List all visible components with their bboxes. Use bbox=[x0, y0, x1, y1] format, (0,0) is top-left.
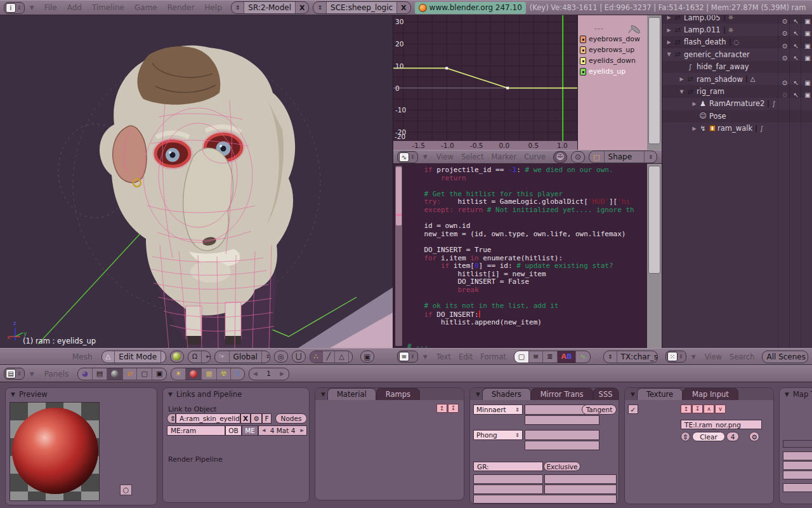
buttons-window-type[interactable]: ▤⇕ bbox=[4, 368, 25, 380]
mapto-g-slider[interactable] bbox=[783, 461, 812, 470]
python-code[interactable]: if projectile_id == -1: # we died on our… bbox=[407, 166, 647, 348]
frame-next-icon[interactable]: ▼ bbox=[278, 370, 285, 377]
channel-label[interactable]: eyebrows_up bbox=[589, 46, 634, 54]
channel-color-swatch[interactable] bbox=[580, 57, 586, 65]
fake-user-button[interactable]: F bbox=[262, 413, 272, 424]
mode-selector[interactable]: △ Edit Mode ⇕ bbox=[102, 351, 166, 363]
world-subcontext-icon[interactable]: ♁ bbox=[230, 368, 244, 380]
expand-closed-icon[interactable]: ▶ bbox=[678, 76, 686, 82]
word-wrap-icon[interactable]: ≣ bbox=[542, 351, 556, 363]
mapto-b-slider[interactable] bbox=[783, 471, 812, 479]
material-count-field[interactable]: ▼4 Mat 4▼ bbox=[258, 425, 307, 436]
menu-render[interactable]: Render bbox=[162, 3, 200, 12]
ipo-channel-eyelids-down[interactable]: eyelids_down bbox=[578, 55, 647, 66]
texture-browse-icon[interactable]: ⇕ bbox=[681, 432, 690, 441]
material-collapse-icon[interactable]: ▼ bbox=[319, 391, 327, 398]
action-unlink-button[interactable]: X bbox=[240, 413, 251, 424]
action-browse-icon[interactable]: ⇕ bbox=[167, 413, 176, 424]
edge-select-icon[interactable]: ╱ bbox=[322, 351, 335, 363]
mapto-color-swatch[interactable] bbox=[783, 440, 812, 448]
channel-label[interactable]: eyebrows_dow bbox=[589, 35, 640, 43]
outliner-row-hide-far-away[interactable]: ∫hide_far_away bbox=[662, 61, 812, 73]
expand-open-icon[interactable]: ▼ bbox=[665, 51, 673, 57]
outliner-item-label[interactable]: generic_character bbox=[684, 50, 750, 59]
unpin-material-icon[interactable]: ↧ bbox=[448, 404, 459, 413]
ipo-collapse-triangle-icon[interactable]: ▼ bbox=[422, 154, 429, 160]
restrict-view-icon[interactable]: ⊙ bbox=[779, 43, 790, 50]
render-preview-button[interactable]: ▣ bbox=[360, 351, 374, 363]
restrict-select-icon[interactable]: ↖ bbox=[790, 18, 802, 25]
texture-enable-checkbox[interactable]: ✓ bbox=[628, 404, 638, 414]
expand-closed-icon[interactable]: ▶ bbox=[665, 15, 673, 20]
python-plugin-icon[interactable]: ∿ bbox=[575, 351, 589, 363]
slot-down-icon[interactable]: ∨ bbox=[715, 404, 726, 413]
menu-timeline[interactable]: Timeline bbox=[87, 3, 129, 12]
frame-prev-icon[interactable]: ▼ bbox=[252, 370, 259, 377]
occlude-geometry-icon[interactable]: ▧ bbox=[348, 351, 353, 363]
text-menu-format[interactable]: Format bbox=[476, 352, 510, 361]
expand-closed-icon[interactable]: ▶ bbox=[690, 101, 698, 107]
ipo-channel-eyelids-up[interactable]: eyelids_up bbox=[578, 66, 647, 77]
emit-slider[interactable] bbox=[544, 485, 617, 494]
scene-display-selector[interactable]: All Scenes ⇕ bbox=[762, 351, 808, 363]
ipo-type-selector[interactable]: □ Shape ⇕ bbox=[589, 150, 657, 163]
ipo-person-button[interactable]: ☺ bbox=[553, 151, 567, 163]
ipo-channel-eyebrows-up[interactable]: eyebrows_up bbox=[578, 44, 647, 55]
lbias-slider[interactable] bbox=[473, 495, 617, 504]
outliner-row-ramarmature2[interactable]: ▶♟RamArmature2∫ bbox=[662, 98, 812, 110]
ipo-graph[interactable]: 3020100-10-20-20-1.5-1.0-0.50.00.51.0 bbox=[393, 15, 577, 150]
restrict-render-icon[interactable]: ▣ bbox=[802, 18, 812, 25]
ipo-menu-view[interactable]: View bbox=[433, 152, 457, 161]
ipo-menu-marker[interactable]: Marker bbox=[487, 152, 520, 161]
ipo-scrollbar[interactable] bbox=[647, 15, 662, 150]
channel-color-swatch[interactable] bbox=[580, 46, 586, 54]
character-model[interactable] bbox=[0, 15, 393, 348]
mapto-r-slider[interactable] bbox=[783, 451, 812, 460]
screen-name-field[interactable]: SR:2-Model bbox=[244, 2, 295, 13]
tab-mirror-transp[interactable]: Mirror Trans bbox=[531, 388, 593, 400]
pin-texture-icon[interactable]: ↥ bbox=[681, 404, 691, 413]
sbias-slider[interactable] bbox=[544, 474, 617, 484]
syntax-highlight-icon[interactable]: AB bbox=[557, 351, 576, 363]
texture-auto-car-button[interactable]: ⚙ bbox=[749, 432, 759, 441]
menu-file[interactable]: File bbox=[39, 3, 62, 12]
buttons-collapse-triangle-icon[interactable]: ▼ bbox=[29, 371, 36, 377]
expand-closed-icon[interactable]: ▶ bbox=[665, 27, 673, 33]
text-window-type[interactable]: ≡⇕ bbox=[397, 351, 418, 363]
restrict-render-icon[interactable]: ▣ bbox=[802, 79, 812, 86]
shaders-collapse-icon[interactable]: ▼ bbox=[474, 391, 482, 398]
texteditor-scrollbar-right[interactable] bbox=[647, 164, 662, 348]
mapto-collapse-icon[interactable]: ▼ bbox=[785, 391, 789, 398]
rotate-manipulator-icon[interactable]: Ω bbox=[188, 351, 201, 363]
screen-browse-icon[interactable]: ⇕ bbox=[232, 2, 244, 13]
manipulator-group[interactable]: Ω ↔ bbox=[188, 351, 211, 363]
tab-texture[interactable]: Texture bbox=[637, 388, 683, 400]
restrict-select-icon[interactable]: ↖ bbox=[790, 55, 802, 62]
snap-magnet-button[interactable]: ⋂ bbox=[292, 351, 306, 363]
face-select-icon[interactable]: △ bbox=[334, 351, 348, 363]
tangent-button[interactable]: Tangent bbox=[582, 404, 617, 415]
outliner-row-pose[interactable]: ☺Pose bbox=[662, 110, 812, 122]
restrict-view-icon[interactable]: ⊙ bbox=[779, 91, 790, 98]
restrict-render-icon[interactable]: ▣ bbox=[802, 30, 812, 37]
select-mode-group[interactable]: ∴ ╱ △ ▧ bbox=[310, 351, 353, 363]
ipo-channel-eyebrows-dow[interactable]: eyebrows_dow bbox=[578, 34, 647, 44]
outliner-item-label[interactable]: rig_ram bbox=[697, 87, 724, 96]
text-datablock-selector[interactable]: ⇕ TX:char_st bbox=[603, 351, 658, 363]
texture-collapse-icon[interactable]: ▼ bbox=[629, 391, 637, 398]
texture-subcontext-icon[interactable]: ▦ bbox=[201, 368, 216, 380]
unpin-texture-icon[interactable]: ↧ bbox=[692, 404, 703, 413]
ipo-menu-curve[interactable]: Curve bbox=[520, 152, 549, 161]
object-context-icon[interactable]: ⇄ bbox=[122, 368, 136, 380]
restrict-render-icon[interactable]: ▣ bbox=[802, 55, 812, 62]
action-name-field[interactable]: A:ram_skin_eyelids bbox=[176, 413, 240, 424]
shading-context-icon[interactable] bbox=[107, 368, 122, 380]
expand-closed-icon[interactable]: ▶ bbox=[665, 39, 673, 45]
channel-color-swatch[interactable] bbox=[580, 68, 586, 76]
texture-datablock-field[interactable]: TE:l.ram_nor.png bbox=[681, 420, 762, 429]
restrict-select-icon[interactable]: ↖ bbox=[790, 79, 802, 86]
ipo-window-type[interactable]: ∿⇕ bbox=[397, 151, 418, 163]
amb-slider[interactable] bbox=[473, 485, 543, 494]
slot-up-icon[interactable]: ∧ bbox=[704, 404, 714, 413]
translate-manipulator-icon[interactable]: ↔ bbox=[201, 351, 211, 363]
